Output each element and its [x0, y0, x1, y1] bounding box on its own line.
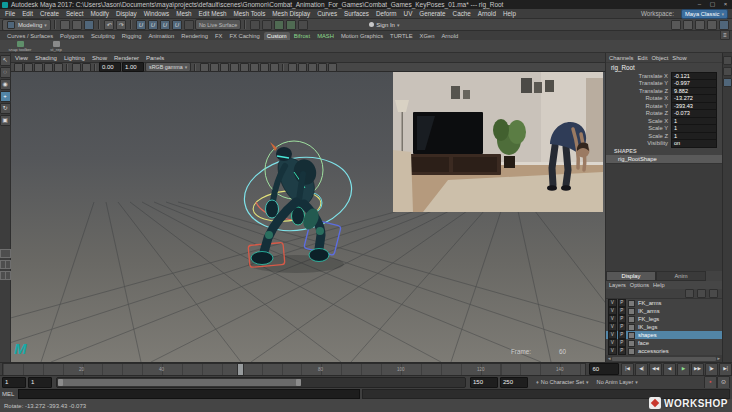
menu-mesh-display[interactable]: Mesh Display — [272, 10, 310, 17]
range-slider-active-range[interactable] — [58, 379, 301, 386]
screen-space-ao-icon[interactable] — [250, 63, 259, 72]
playback-end-field[interactable]: 150 — [470, 377, 498, 388]
gamma-field[interactable]: 1.00 — [122, 62, 144, 72]
range-end-handle[interactable] — [296, 379, 301, 386]
panel-menu-shading[interactable]: Shading — [35, 55, 57, 61]
shelf-tab-motion-graphics[interactable]: Motion Graphics — [338, 32, 386, 40]
range-slider-track[interactable] — [56, 377, 466, 388]
tab-display[interactable]: Display — [606, 271, 656, 281]
layout-four-pane-button[interactable] — [0, 271, 11, 280]
film-gate-icon[interactable] — [318, 63, 327, 72]
textured-icon[interactable] — [220, 63, 229, 72]
channel-box-menu-edit[interactable]: Edit — [638, 55, 648, 61]
scale-tool-button[interactable]: ▣ — [0, 115, 11, 126]
minimize-button[interactable]: – — [693, 0, 706, 9]
panel-menu-lighting[interactable]: Lighting — [64, 55, 85, 61]
shelf-tab-rendering[interactable]: Rendering — [178, 32, 211, 40]
character-mesh[interactable] — [251, 142, 329, 265]
ipr-render-icon[interactable] — [286, 20, 296, 30]
command-input[interactable] — [18, 389, 360, 399]
render-settings-icon[interactable] — [298, 20, 308, 30]
close-button[interactable]: × — [719, 0, 732, 9]
layer-color-swatch[interactable] — [628, 332, 635, 339]
redo-icon[interactable]: ↷ — [116, 20, 126, 30]
camera-attributes-icon[interactable] — [34, 63, 43, 72]
panel-menu-show[interactable]: Show — [92, 55, 107, 61]
shelf-tab-curves-surfaces[interactable]: Curves / Surfaces — [4, 32, 56, 40]
menu-uv[interactable]: UV — [404, 10, 413, 17]
humanik-toggle-icon[interactable] — [683, 20, 693, 30]
time-slider[interactable]: 20 40 60 80 100 120 140 — [2, 363, 586, 376]
open-render-view-icon[interactable] — [262, 20, 272, 30]
channel-box-menu-channels[interactable]: Channels — [609, 55, 634, 61]
render-current-frame-icon[interactable] — [274, 20, 284, 30]
layer-menu-help[interactable]: Help — [653, 282, 665, 288]
save-scene-icon[interactable] — [84, 20, 94, 30]
step-forward-key-button[interactable]: ▶▶ — [691, 363, 704, 376]
use-all-lights-icon[interactable] — [230, 63, 239, 72]
scrollbar-thumb[interactable] — [612, 357, 715, 361]
snap-to-curve-icon[interactable]: U — [148, 20, 158, 30]
menu-mesh-tools[interactable]: Mesh Tools — [234, 10, 266, 17]
menu-modify[interactable]: Modify — [90, 10, 109, 17]
channel-box-menu-object[interactable]: Object — [652, 55, 669, 61]
lasso-tool-button[interactable]: ◌ — [0, 67, 11, 78]
panel-menu-view[interactable]: View — [15, 55, 28, 61]
shelf-menu-icon[interactable]: ≡ — [720, 30, 730, 40]
modeling-toolkit-toggle-icon[interactable] — [671, 20, 681, 30]
shelf-item-snap-toolber[interactable]: snap toolber — [4, 41, 36, 52]
attribute-editor-tab-icon[interactable] — [723, 56, 732, 65]
menu-edit-mesh[interactable]: Edit Mesh — [199, 10, 227, 17]
go-to-start-button[interactable]: |◀ — [621, 363, 634, 376]
new-scene-icon[interactable] — [60, 20, 70, 30]
anim-end-field[interactable]: 250 — [500, 377, 528, 388]
shelf-tab-animation[interactable]: Animation — [145, 32, 177, 40]
layout-two-pane-button[interactable] — [0, 260, 11, 269]
attribute-editor-toggle-icon[interactable] — [695, 20, 705, 30]
scroll-right-icon[interactable]: ► — [717, 356, 721, 361]
2d-pan-zoom-icon[interactable] — [72, 63, 81, 72]
lock-camera-icon[interactable] — [24, 63, 33, 72]
channel-box-tab-icon[interactable] — [723, 78, 732, 87]
move-layer-up-icon[interactable] — [685, 289, 694, 298]
channel-box-menu-show[interactable]: Show — [672, 55, 687, 61]
current-frame-marker[interactable] — [237, 364, 244, 375]
layer-menu-layers[interactable]: Layers — [609, 282, 626, 288]
layer-row-accessories[interactable]: V P accessories — [606, 347, 722, 355]
step-back-frame-button[interactable]: ◀| — [635, 363, 648, 376]
menu-help[interactable]: Help — [503, 10, 516, 17]
undo-icon[interactable]: ↶ — [104, 20, 114, 30]
make-live-icon[interactable] — [184, 20, 194, 30]
bookmarks-icon[interactable] — [44, 63, 53, 72]
snap-to-grid-icon[interactable]: U — [136, 20, 146, 30]
shaded-icon[interactable] — [210, 63, 219, 72]
menu-create[interactable]: Create — [40, 10, 59, 17]
construction-history-icon[interactable] — [250, 20, 260, 30]
shelf-tab-rigging[interactable]: Rigging — [119, 32, 145, 40]
animation-preferences-button[interactable]: ⊙ — [717, 376, 730, 389]
command-language-label[interactable]: MEL — [2, 391, 18, 397]
image-plane-icon[interactable] — [54, 63, 63, 72]
menu-select[interactable]: Select — [66, 10, 84, 17]
menu-file[interactable]: File — [5, 10, 15, 17]
rotate-tool-button[interactable]: ↻ — [0, 103, 11, 114]
shelf-tab-custom[interactable]: Custom — [264, 32, 290, 40]
motion-blur-icon[interactable] — [260, 63, 269, 72]
layer-color-swatch[interactable] — [628, 324, 635, 331]
menu-surfaces[interactable]: Surfaces — [344, 10, 369, 17]
maximize-button[interactable]: ▢ — [706, 0, 719, 9]
play-backwards-button[interactable]: ◀ — [663, 363, 676, 376]
shelf-tab-fx[interactable]: FX — [212, 32, 225, 40]
open-scene-icon[interactable] — [72, 20, 82, 30]
shelf-tab-bifrost[interactable]: Bifrost — [291, 32, 313, 40]
workspace-dropdown[interactable]: Maya Classic ▾ — [681, 9, 728, 19]
layer-playback-toggle[interactable]: P — [618, 347, 627, 356]
wireframe-icon[interactable] — [200, 63, 209, 72]
new-empty-layer-icon[interactable] — [697, 289, 706, 298]
menu-arnold[interactable]: Arnold — [478, 10, 496, 17]
multisample-aa-icon[interactable] — [270, 63, 279, 72]
menu-deform[interactable]: Deform — [376, 10, 397, 17]
paint-select-tool-button[interactable]: ◉ — [0, 79, 11, 90]
view-transform-dropdown[interactable]: sRGB gamma ▾ — [145, 62, 191, 72]
anim-layer-dropdown[interactable]: No Anim Layer ▾ — [597, 379, 638, 385]
